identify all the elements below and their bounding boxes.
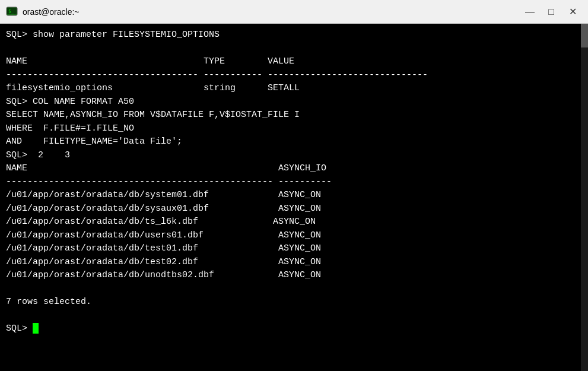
terminal-window: SQL> show parameter FILESYSTEMIO_OPTIONS… (0, 24, 588, 371)
terminal-output: SQL> show parameter FILESYSTEMIO_OPTIONS… (6, 28, 582, 336)
scrollbar-thumb[interactable] (581, 24, 588, 47)
titlebar-left: $_ orast@oracle:~ (6, 6, 80, 18)
terminal-icon: $_ (6, 6, 18, 18)
minimize-button[interactable]: — (520, 4, 539, 20)
terminal-cursor (33, 323, 39, 334)
titlebar: $_ orast@oracle:~ — □ ✕ (0, 0, 588, 24)
scrollbar-track[interactable] (581, 24, 588, 371)
titlebar-controls: — □ ✕ (520, 4, 582, 20)
close-button[interactable]: ✕ (563, 4, 582, 20)
svg-text:$_: $_ (8, 9, 14, 14)
titlebar-title: orast@oracle:~ (23, 7, 80, 17)
maximize-button[interactable]: □ (542, 4, 561, 20)
